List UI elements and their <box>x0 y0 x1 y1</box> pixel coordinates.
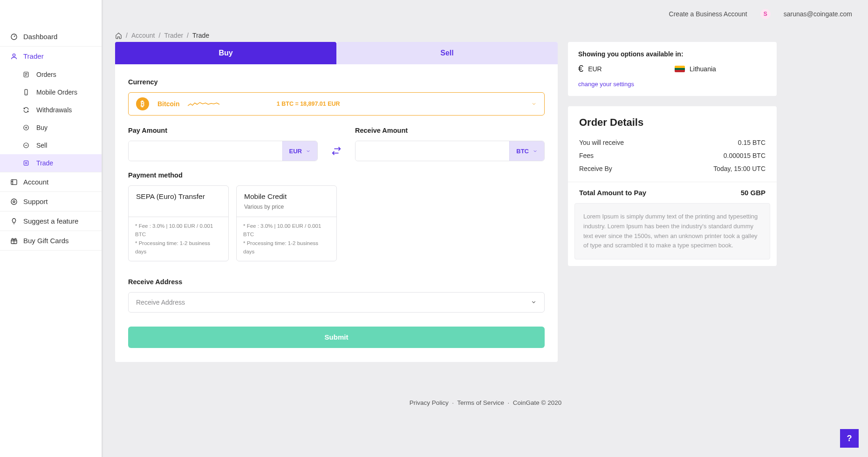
euro-icon: € <box>578 63 583 74</box>
payment-method-mobile-credit[interactable]: Mobile Credit Various by price * Fee : 3… <box>236 185 337 261</box>
crumb-trader[interactable]: Trader <box>164 32 183 39</box>
pm-proc: * Processing time: 1-2 business days <box>243 239 330 256</box>
nav-sub-trade[interactable]: Trade <box>0 154 103 172</box>
lithuania-flag-icon <box>675 66 685 72</box>
pay-amount-wrap: EUR <box>128 141 318 161</box>
chevron-down-icon <box>531 101 537 107</box>
dashboard-icon <box>10 33 18 41</box>
currency-label: Currency <box>128 78 545 86</box>
receive-address-label: Receive Address <box>128 278 545 286</box>
receive-unit-select[interactable]: BTC <box>509 141 544 161</box>
svg-rect-6 <box>24 161 28 165</box>
nav-dashboard[interactable]: Dashboard <box>0 27 103 47</box>
topbar: Create a Business Account S sarunas@coin… <box>103 0 868 28</box>
gift-icon <box>10 237 18 245</box>
change-settings-link[interactable]: change your settings <box>578 81 634 88</box>
trade-panel: Buy Sell Currency ₿ Bitcoin 1 BTC = 18,8… <box>115 42 558 362</box>
order-row: You will receive 0.15 BTC <box>579 136 765 149</box>
nav-label: Account <box>23 178 48 186</box>
tab-sell[interactable]: Sell <box>336 42 558 64</box>
mobile-icon <box>22 89 30 96</box>
nav-sub-label: Orders <box>36 71 56 78</box>
plus-circle-icon <box>22 124 30 131</box>
nav-sub-label: Sell <box>36 142 47 149</box>
currency-rate: 1 BTC = 18,897.01 EUR <box>277 101 340 107</box>
svg-point-9 <box>13 201 15 203</box>
business-account-link[interactable]: Create a Business Account <box>669 10 747 18</box>
crumb-current: Trade <box>192 32 209 39</box>
refresh-icon <box>22 106 30 114</box>
logo-area <box>0 0 103 27</box>
nav-trader-sublist: Orders Mobile Orders Withdrawals Buy Sel… <box>0 66 103 172</box>
nav-label: Suggest a feature <box>23 217 78 225</box>
svg-point-8 <box>11 199 17 205</box>
user-email[interactable]: sarunas@coingate.com <box>784 10 852 18</box>
nav-sub-orders[interactable]: Orders <box>0 66 103 83</box>
nav-trader[interactable]: Trader <box>0 47 103 66</box>
nav-sub-label: Withdrawals <box>36 106 72 114</box>
currency-name: Bitcoin <box>157 100 179 108</box>
options-country: Lithuania <box>690 65 716 73</box>
payment-method-label: Payment method <box>128 171 545 179</box>
receive-amount-wrap: BTC <box>355 141 545 161</box>
tab-buy[interactable]: Buy <box>115 42 336 64</box>
nav-sub-label: Buy <box>36 124 48 131</box>
payment-method-sepa[interactable]: SEPA (Euro) Transfer . * Fee : 3.0% | 10… <box>128 185 229 261</box>
avatar[interactable]: S <box>760 9 771 19</box>
bitcoin-icon: ₿ <box>136 97 149 110</box>
nav-support[interactable]: Support <box>0 192 103 211</box>
sidebar-resize-handle[interactable] <box>99 0 103 457</box>
help-button[interactable]: ? <box>840 429 859 448</box>
sidebar: Dashboard Trader Orders Mobile Orders Wi… <box>0 0 103 457</box>
bulb-icon <box>10 218 18 225</box>
nav-sub-label: Trade <box>36 159 53 167</box>
breadcrumb: / Account / Trader / Trade <box>103 28 868 39</box>
pm-proc: * Processing time: 1-2 business days <box>135 239 222 256</box>
order-title: Order Details <box>568 106 777 133</box>
currency-select[interactable]: ₿ Bitcoin 1 BTC = 18,897.01 EUR <box>128 92 545 116</box>
svg-point-1 <box>13 54 15 56</box>
svg-rect-7 <box>11 179 17 184</box>
footer-privacy[interactable]: Privacy Policy <box>410 399 449 406</box>
nav-giftcards[interactable]: Buy Gift Cards <box>0 231 103 251</box>
nav-sub-buy[interactable]: Buy <box>0 119 103 136</box>
orders-icon <box>22 71 30 78</box>
receive-amount-label: Receive Amount <box>355 127 545 134</box>
nav-sub-sell[interactable]: Sell <box>0 136 103 154</box>
pm-fee: * Fee : 3.0% | 10.00 EUR / 0.001 BTC <box>243 222 330 239</box>
nav-sub-label: Mobile Orders <box>36 89 77 96</box>
nav-sub-mobile-orders[interactable]: Mobile Orders <box>0 83 103 101</box>
submit-button[interactable]: Submit <box>128 327 545 348</box>
receive-amount-input[interactable] <box>355 141 509 161</box>
trade-icon <box>22 159 30 167</box>
chevron-down-icon <box>531 299 537 305</box>
pay-amount-label: Pay Amount <box>128 127 318 134</box>
receive-address-select[interactable]: Receive Address <box>128 292 545 313</box>
sparkline-icon <box>188 100 220 108</box>
order-row: Receive By Today, 15:00 UTC <box>579 162 765 175</box>
pay-unit-select[interactable]: EUR <box>282 141 317 161</box>
receive-address-placeholder: Receive Address <box>136 299 185 306</box>
order-note: Lorem Ipsum is simply dummy text of the … <box>574 203 770 259</box>
account-icon <box>10 178 18 186</box>
main-area: Create a Business Account S sarunas@coin… <box>103 0 868 457</box>
order-details-panel: Order Details You will receive 0.15 BTC … <box>568 106 777 266</box>
nav-sub-withdrawals[interactable]: Withdrawals <box>0 101 103 119</box>
swap-button[interactable] <box>326 141 347 161</box>
nav-account[interactable]: Account <box>0 172 103 192</box>
support-icon <box>10 198 18 205</box>
user-icon <box>10 53 18 60</box>
options-currency: EUR <box>588 65 602 73</box>
nav-suggest[interactable]: Suggest a feature <box>0 211 103 231</box>
pay-amount-input[interactable] <box>129 141 282 161</box>
pm-title: Mobile Credit <box>244 192 329 201</box>
options-title: Showing you options available in: <box>578 50 766 58</box>
footer-terms[interactable]: Terms of Service <box>457 399 504 406</box>
home-icon[interactable] <box>115 32 122 39</box>
options-panel: Showing you options available in: € EUR … <box>568 42 777 96</box>
crumb-account[interactable]: Account <box>131 32 155 39</box>
order-total: Total Amount to Pay 50 GBP <box>568 182 777 203</box>
order-row: Fees 0.000015 BTC <box>579 149 765 162</box>
minus-circle-icon <box>22 142 30 149</box>
nav-label: Support <box>23 198 48 205</box>
